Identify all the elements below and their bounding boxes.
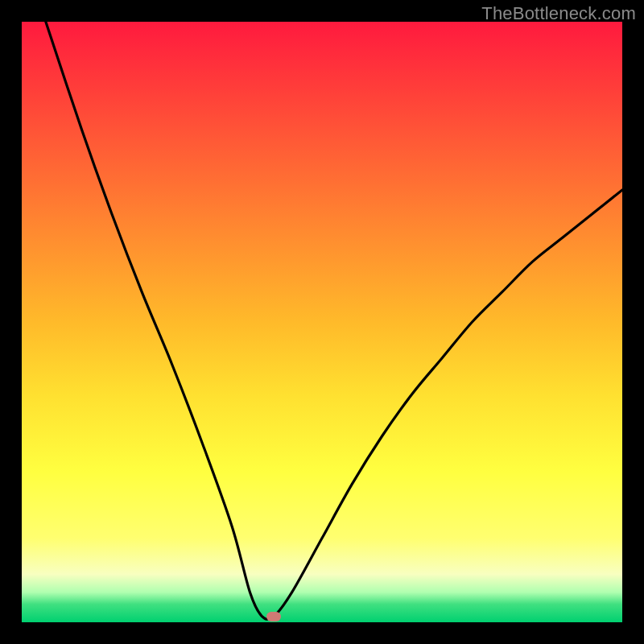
curve-svg [22,22,622,622]
chart-frame: TheBottleneck.com [0,0,644,644]
optimum-marker [266,612,281,621]
bottleneck-curve-path [46,22,622,619]
plot-area [22,22,622,622]
